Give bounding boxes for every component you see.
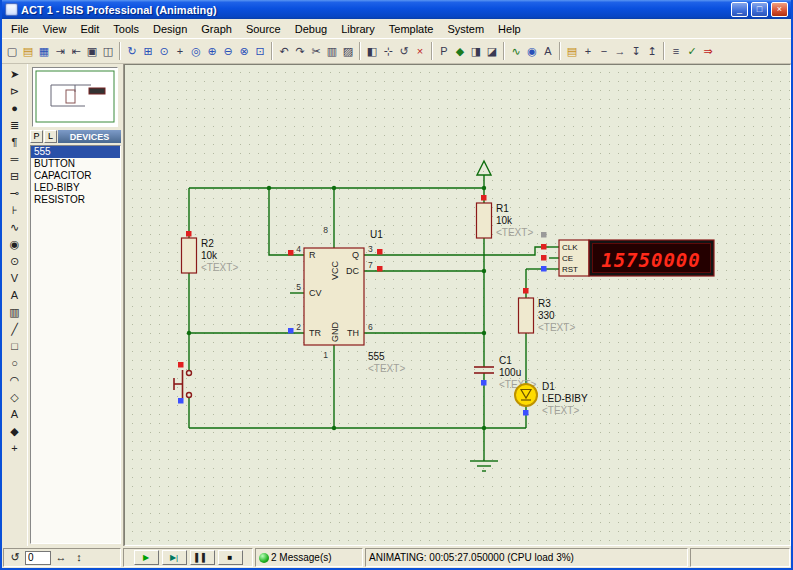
paste-button[interactable]: ▨ bbox=[340, 42, 356, 60]
copy-button[interactable]: ▥ bbox=[324, 42, 340, 60]
library-button[interactable]: L bbox=[44, 130, 57, 143]
power-terminal[interactable] bbox=[477, 161, 491, 175]
make-device-button[interactable]: ◆ bbox=[452, 42, 468, 60]
pick-device-button[interactable]: P bbox=[30, 130, 43, 143]
schematic-canvas[interactable]: R1 10k <TEXT> R2 10k <TEXT> R3 330 <TEXT… bbox=[125, 65, 791, 543]
menu-help[interactable]: Help bbox=[491, 21, 528, 37]
2d-arc-mode-button[interactable]: ◠ bbox=[5, 372, 25, 389]
property-assignment-button[interactable]: A bbox=[540, 42, 556, 60]
cut-button[interactable]: ✂ bbox=[308, 42, 324, 60]
device-item-button[interactable]: BUTTON bbox=[31, 158, 120, 170]
netlist-to-ares-button[interactable]: ⇒ bbox=[700, 42, 716, 60]
terminal-mode-button[interactable]: ⊸ bbox=[5, 185, 25, 202]
2d-circle-mode-button[interactable]: ○ bbox=[5, 355, 25, 372]
new-sheet-button[interactable]: + bbox=[580, 42, 596, 60]
current-probe-mode-button[interactable]: A bbox=[5, 287, 25, 304]
device-item-555[interactable]: 555 bbox=[31, 146, 120, 158]
menu-edit[interactable]: Edit bbox=[73, 21, 106, 37]
pause-button[interactable]: ▌▌ bbox=[190, 550, 215, 565]
zoom-all-button[interactable]: ⊗ bbox=[236, 42, 252, 60]
step-button[interactable]: ▶| bbox=[162, 550, 187, 565]
mark-output-area-button[interactable]: ◫ bbox=[100, 42, 116, 60]
timer-u1[interactable]: U1 555 <TEXT> R CV TR Q DC TH VCC GND 4 … bbox=[296, 225, 405, 374]
search-tag-button[interactable]: ◉ bbox=[524, 42, 540, 60]
subcircuit-mode-button[interactable]: ⊟ bbox=[5, 168, 25, 185]
h-mirror-button[interactable]: ↔ bbox=[53, 550, 69, 566]
decompose-button[interactable]: ◪ bbox=[484, 42, 500, 60]
save-file-button[interactable]: ▦ bbox=[36, 42, 52, 60]
2d-symbol-mode-button[interactable]: ◆ bbox=[5, 423, 25, 440]
pan-button[interactable]: ◎ bbox=[188, 42, 204, 60]
resistor-r2[interactable]: R2 10k <TEXT> bbox=[182, 238, 239, 273]
2d-box-mode-button[interactable]: □ bbox=[5, 338, 25, 355]
2d-marker-mode-button[interactable]: + bbox=[5, 440, 25, 457]
device-item-resistor[interactable]: RESISTOR bbox=[31, 194, 120, 206]
v-mirror-button[interactable]: ↕ bbox=[71, 550, 87, 566]
wire-label-mode-button[interactable]: ≣ bbox=[5, 117, 25, 134]
toggle-grid-button[interactable]: ⊞ bbox=[140, 42, 156, 60]
export-section-button[interactable]: ⇤ bbox=[68, 42, 84, 60]
resistor-r1[interactable]: R1 10k <TEXT> bbox=[477, 203, 534, 238]
editing-window[interactable]: R1 10k <TEXT> R2 10k <TEXT> R3 330 <TEXT… bbox=[124, 64, 791, 546]
block-move-button[interactable]: ⊹ bbox=[380, 42, 396, 60]
zoom-out-button[interactable]: ⊖ bbox=[220, 42, 236, 60]
block-rotate-button[interactable]: ↺ bbox=[396, 42, 412, 60]
voltage-probe-mode-button[interactable]: V bbox=[5, 270, 25, 287]
device-item-capacitor[interactable]: CAPACITOR bbox=[31, 170, 120, 182]
overview-window[interactable] bbox=[32, 67, 118, 127]
return-to-parent-button[interactable]: ↥ bbox=[644, 42, 660, 60]
remove-sheet-button[interactable]: − bbox=[596, 42, 612, 60]
menu-tools[interactable]: Tools bbox=[106, 21, 146, 37]
pushbutton[interactable] bbox=[174, 370, 192, 398]
bill-of-materials-button[interactable]: ≡ bbox=[668, 42, 684, 60]
tape-recorder-mode-button[interactable]: ◉ bbox=[5, 236, 25, 253]
junction-dot-mode-button[interactable]: ● bbox=[5, 100, 25, 117]
text-script-mode-button[interactable]: ¶ bbox=[5, 134, 25, 151]
menu-graph[interactable]: Graph bbox=[194, 21, 239, 37]
device-pin-mode-button[interactable]: ⊦ bbox=[5, 202, 25, 219]
play-button[interactable]: ▶ bbox=[134, 550, 159, 565]
menu-debug[interactable]: Debug bbox=[288, 21, 334, 37]
menu-system[interactable]: System bbox=[440, 21, 491, 37]
2d-line-mode-button[interactable]: ╱ bbox=[5, 321, 25, 338]
x-cursor-button[interactable]: + bbox=[172, 42, 188, 60]
maximize-button[interactable]: □ bbox=[751, 2, 768, 17]
packaging-tool-button[interactable]: ◨ bbox=[468, 42, 484, 60]
component-mode-button[interactable]: ⊳ bbox=[5, 83, 25, 100]
selection-mode-button[interactable]: ➤ bbox=[5, 66, 25, 83]
virtual-instrument-mode-button[interactable]: ▥ bbox=[5, 304, 25, 321]
origin-button[interactable]: ⊙ bbox=[156, 42, 172, 60]
zoom-to-child-button[interactable]: ↧ bbox=[628, 42, 644, 60]
electrical-rule-check-button[interactable]: ✓ bbox=[684, 42, 700, 60]
bus-mode-button[interactable]: ═ bbox=[5, 151, 25, 168]
wire-autorouter-button[interactable]: ∿ bbox=[508, 42, 524, 60]
redo-button[interactable]: ↷ bbox=[292, 42, 308, 60]
print-button[interactable]: ▣ bbox=[84, 42, 100, 60]
2d-path-mode-button[interactable]: ◇ bbox=[5, 389, 25, 406]
close-button[interactable]: × bbox=[771, 2, 788, 17]
rotate-ccw-button[interactable]: ↺ bbox=[7, 550, 23, 566]
menu-library[interactable]: Library bbox=[334, 21, 382, 37]
counter-display[interactable]: 15750000 CLK CE RST bbox=[559, 240, 714, 276]
open-file-button[interactable]: ▤ bbox=[20, 42, 36, 60]
message-panel[interactable]: 2 Message(s) bbox=[255, 548, 363, 567]
redraw-button[interactable]: ↻ bbox=[124, 42, 140, 60]
menu-view[interactable]: View bbox=[36, 21, 74, 37]
graph-mode-button[interactable]: ∿ bbox=[5, 219, 25, 236]
design-explorer-button[interactable]: ▤ bbox=[564, 42, 580, 60]
stop-button[interactable]: ■ bbox=[218, 550, 243, 565]
angle-input[interactable] bbox=[25, 551, 51, 565]
ground-terminal[interactable] bbox=[470, 461, 498, 471]
import-section-button[interactable]: ⇥ bbox=[52, 42, 68, 60]
generator-mode-button[interactable]: ⊙ bbox=[5, 253, 25, 270]
menu-source[interactable]: Source bbox=[239, 21, 288, 37]
new-file-button[interactable]: ▢ bbox=[4, 42, 20, 60]
zoom-area-button[interactable]: ⊡ bbox=[252, 42, 268, 60]
block-copy-button[interactable]: ◧ bbox=[364, 42, 380, 60]
menu-design[interactable]: Design bbox=[146, 21, 194, 37]
zoom-in-button[interactable]: ⊕ bbox=[204, 42, 220, 60]
undo-button[interactable]: ↶ bbox=[276, 42, 292, 60]
resistor-r3[interactable]: R3 330 <TEXT> bbox=[519, 298, 576, 333]
pick-parts-button[interactable]: P bbox=[436, 42, 452, 60]
menu-template[interactable]: Template bbox=[382, 21, 441, 37]
